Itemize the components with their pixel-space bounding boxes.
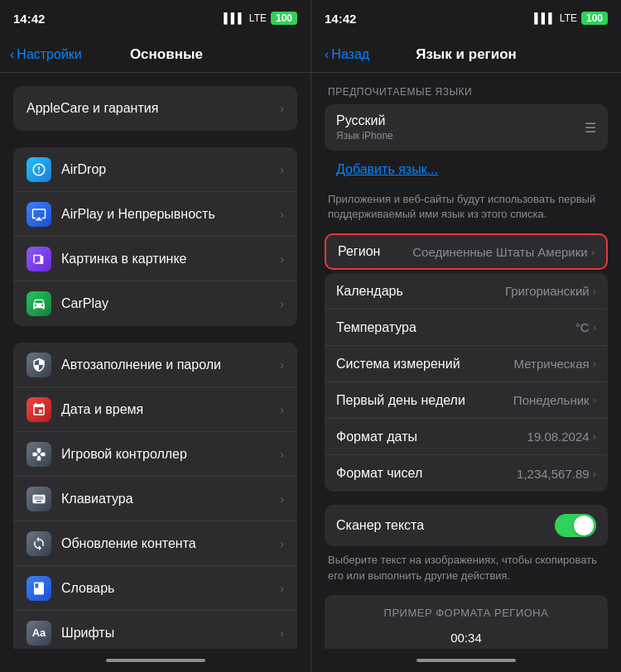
- calendar-row[interactable]: Календарь Григорианский ›: [325, 273, 608, 310]
- date-format-row[interactable]: Формат даты 19.08.2024 ›: [325, 419, 608, 455]
- right-battery-indicator: 100: [581, 12, 608, 25]
- toggle-knob: [574, 516, 594, 535]
- region-chevron-icon: ›: [591, 246, 595, 258]
- datetime-item[interactable]: Дата и время ›: [13, 387, 297, 432]
- picture-item[interactable]: Картинка в картинке ›: [13, 237, 297, 281]
- left-nav-bar: ‹ Настройки Основные: [0, 36, 310, 73]
- right-status-icons: ▌▌▌ LTE 100: [534, 12, 608, 25]
- applecare-item[interactable]: AppleCare и гарантия ›: [13, 86, 297, 131]
- temperature-chevron-icon: ›: [593, 321, 596, 334]
- left-status-icons: ▌▌▌ LTE 100: [224, 12, 297, 25]
- update-chevron-icon: ›: [280, 537, 284, 550]
- measurement-value: Метрическая: [514, 357, 590, 371]
- right-time: 14:42: [325, 12, 356, 26]
- dictionary-icon: [26, 576, 51, 601]
- scanner-row[interactable]: Сканер текста: [325, 505, 608, 546]
- calendar-label: Календарь: [336, 284, 505, 299]
- hamburger-icon: ☰: [585, 120, 596, 136]
- measurement-label: Система измерений: [336, 357, 514, 372]
- gamepad-icon: [26, 442, 51, 467]
- airdrop-chevron-icon: ›: [280, 163, 284, 176]
- right-signal-icon: ▌▌▌: [534, 12, 556, 24]
- right-network-label: LTE: [560, 12, 577, 24]
- fonts-label: Шрифты: [61, 626, 280, 641]
- datetime-chevron-icon: ›: [280, 403, 284, 416]
- temperature-label: Температура: [336, 320, 575, 335]
- left-status-bar: 14:42 ▌▌▌ LTE 100: [0, 0, 310, 36]
- right-back-button[interactable]: ‹ Назад: [325, 47, 374, 62]
- calendar-value: Григорианский: [505, 284, 590, 298]
- dictionary-item[interactable]: Словарь ›: [13, 566, 297, 611]
- weekday-label: Первый день недели: [336, 393, 513, 408]
- fonts-chevron-icon: ›: [280, 626, 284, 640]
- update-label: Обновление контента: [61, 536, 280, 551]
- airplay-item[interactable]: AirPlay и Непрерывность ›: [13, 192, 297, 237]
- lang-info-text: Приложения и веб-сайты будут использоват…: [325, 185, 608, 233]
- signal-icon: ▌▌▌: [224, 12, 245, 24]
- gamepad-label: Игровой контроллер: [61, 447, 280, 462]
- right-status-bar: 14:42 ▌▌▌ LTE 100: [311, 0, 621, 36]
- airdrop-label: AirDrop: [61, 162, 280, 177]
- right-home-bar-line: [416, 659, 516, 662]
- weekday-value: Понедельник: [513, 393, 590, 407]
- left-scroll: AppleCare и гарантия › AirDrop › AirPlay…: [0, 73, 310, 649]
- date-format-value: 19.08.2024: [527, 430, 590, 444]
- language-row[interactable]: Русский Язык iPhone ☰: [325, 104, 608, 151]
- carplay-label: CarPlay: [61, 296, 280, 311]
- language-card: Русский Язык iPhone ☰: [325, 104, 608, 151]
- carplay-icon: [26, 291, 51, 316]
- update-item[interactable]: Обновление контента ›: [13, 521, 297, 566]
- keyboard-item[interactable]: Клавиатура ›: [13, 477, 297, 521]
- date-format-label: Формат даты: [336, 430, 527, 444]
- fonts-icon: Aa: [26, 621, 51, 646]
- lang-sub: Язык iPhone: [336, 130, 393, 142]
- region-value: Соединенные Штаты Америки: [412, 245, 587, 259]
- carplay-item[interactable]: CarPlay ›: [13, 281, 297, 326]
- measurement-row[interactable]: Система измерений Метрическая ›: [325, 346, 608, 382]
- number-format-chevron-icon: ›: [593, 468, 596, 480]
- format-example-card: Пример формата региона 00:34 Понедельник…: [325, 595, 608, 649]
- left-back-label: Настройки: [17, 47, 81, 62]
- section-tools: Автозаполнение и пароли › Дата и время ›…: [0, 343, 310, 649]
- dictionary-label: Словарь: [61, 581, 280, 596]
- applecare-label: AppleCare и гарантия: [26, 101, 280, 116]
- format-value-time: 00:34: [336, 627, 596, 649]
- fonts-item[interactable]: Aa Шрифты ›: [13, 611, 297, 649]
- gamepad-item[interactable]: Игровой контроллер ›: [13, 432, 297, 477]
- airplay-chevron-icon: ›: [280, 208, 284, 221]
- left-back-button[interactable]: ‹ Настройки: [10, 47, 82, 62]
- scanner-toggle[interactable]: [555, 514, 596, 537]
- number-format-value: 1,234,567.89: [517, 467, 590, 481]
- calendar-chevron-icon: ›: [593, 285, 596, 297]
- datetime-label: Дата и время: [61, 402, 280, 417]
- picture-chevron-icon: ›: [280, 252, 284, 266]
- left-time: 14:42: [13, 12, 45, 26]
- picture-label: Картинка в картинке: [61, 252, 280, 266]
- keyboard-label: Клавиатура: [61, 492, 280, 506]
- network-label: LTE: [249, 12, 267, 24]
- airplay-label: AirPlay и Непрерывность: [61, 207, 280, 222]
- autofill-item[interactable]: Автозаполнение и пароли ›: [13, 343, 297, 387]
- airdrop-icon: [26, 157, 51, 182]
- temperature-row[interactable]: Температура °C ›: [325, 310, 608, 346]
- right-nav-bar: ‹ Назад Язык и регион: [311, 36, 621, 73]
- airdrop-item[interactable]: AirDrop ›: [13, 147, 297, 192]
- regional-settings-card: Календарь Григорианский › Температура °C…: [325, 273, 608, 492]
- battery-indicator: 100: [271, 12, 297, 25]
- language-info: Русский Язык iPhone: [336, 113, 393, 142]
- left-home-bar: [0, 649, 310, 672]
- left-nav-title: Основные: [82, 46, 251, 63]
- region-label: Регион: [338, 244, 412, 259]
- dictionary-chevron-icon: ›: [280, 582, 284, 595]
- weekday-row[interactable]: Первый день недели Понедельник ›: [325, 382, 608, 419]
- temperature-value: °C: [575, 320, 590, 334]
- region-row[interactable]: Регион Соединенные Штаты Америки ›: [325, 233, 608, 270]
- airplay-icon: [26, 202, 51, 227]
- carplay-chevron-icon: ›: [280, 297, 284, 310]
- right-scroll: ПРЕДПОЧИТАЕМЫЕ ЯЗЫКИ Русский Язык iPhone…: [311, 73, 621, 649]
- keyboard-icon: [26, 487, 51, 511]
- update-icon: [26, 531, 51, 556]
- add-language-link[interactable]: Добавить язык...: [325, 154, 608, 185]
- number-format-label: Формат чисел: [336, 466, 517, 481]
- number-format-row[interactable]: Формат чисел 1,234,567.89 ›: [325, 455, 608, 492]
